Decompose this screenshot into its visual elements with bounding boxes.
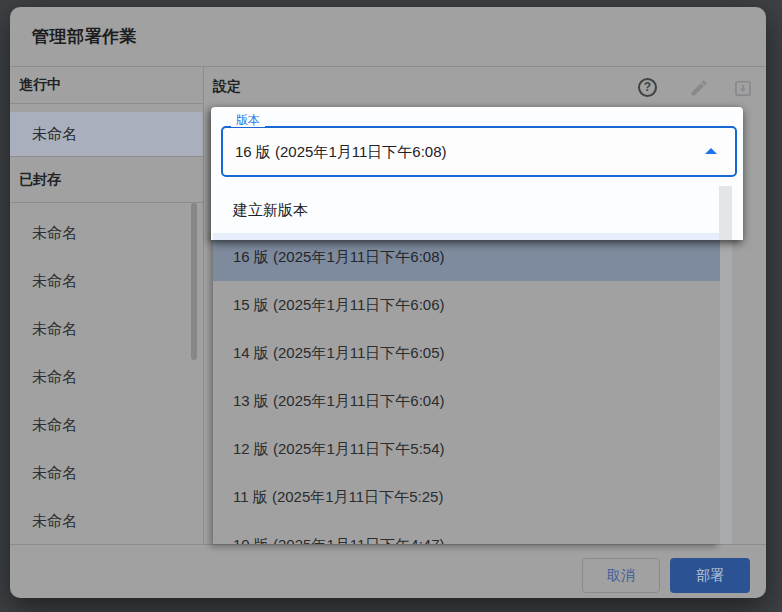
active-section-header: 進行中 xyxy=(10,66,203,103)
chevron-up-icon xyxy=(705,148,717,154)
version-select-label: 版本 xyxy=(231,113,265,127)
deploy-button[interactable]: 部署 xyxy=(670,558,750,593)
archived-deployments-list: 未命名未命名未命名未命名未命名未命名未命名 xyxy=(10,209,203,544)
version-option[interactable]: 12 版 (2025年1月11日下午5:54) xyxy=(213,425,720,473)
create-new-version-option[interactable]: 建立新版本 xyxy=(213,186,719,234)
deployment-item-archived[interactable]: 未命名 xyxy=(10,353,203,401)
dialog-title: 管理部署作業 xyxy=(32,7,137,66)
deployment-item-archived[interactable]: 未命名 xyxy=(10,449,203,497)
version-select-value: 16 版 (2025年1月11日下午6:08) xyxy=(235,128,447,175)
settings-header: 設定 xyxy=(213,66,241,106)
footer-divider xyxy=(10,544,766,545)
deployment-item-archived[interactable]: 未命名 xyxy=(10,401,203,449)
version-option[interactable]: 10 版 (2025年1月11日下午4:47) xyxy=(213,521,720,544)
selected-option-highlight-edge xyxy=(213,233,719,240)
sidebar-scrollbar-thumb[interactable] xyxy=(191,203,197,360)
version-menu-options-dimmed: 16 版 (2025年1月11日下午6:08)15 版 (2025年1月11日下… xyxy=(213,233,720,544)
help-glyph: ? xyxy=(638,78,657,97)
sidebar-main-divider xyxy=(203,66,204,544)
sidebar-divider xyxy=(10,103,203,104)
dimmed-page-background: 管理部署作業 進行中 未命名 已封存 未命名未命名未命名未命名未命名未命名未命名… xyxy=(0,0,782,612)
menu-scrollbar-thumb[interactable] xyxy=(719,186,732,240)
version-option[interactable]: 15 版 (2025年1月11日下午6:06) xyxy=(213,281,720,329)
version-option[interactable]: 11 版 (2025年1月11日下午5:25) xyxy=(213,473,720,521)
archived-section-header: 已封存 xyxy=(10,157,203,202)
version-option[interactable]: 14 版 (2025年1月11日下午6:05) xyxy=(213,329,720,377)
manage-deployments-dialog: 管理部署作業 進行中 未命名 已封存 未命名未命名未命名未命名未命名未命名未命名… xyxy=(10,7,766,598)
edit-pencil-icon[interactable] xyxy=(689,78,709,98)
deployment-item-archived[interactable]: 未命名 xyxy=(10,497,203,544)
version-select[interactable]: 16 版 (2025年1月11日下午6:08) xyxy=(221,126,737,177)
deployment-item-archived[interactable]: 未命名 xyxy=(10,209,203,257)
deployment-item-archived[interactable]: 未命名 xyxy=(10,257,203,305)
deployment-item-active-selected[interactable]: 未命名 xyxy=(10,112,203,156)
archive-deployment-icon[interactable] xyxy=(733,78,753,98)
cancel-button[interactable]: 取消 xyxy=(582,558,660,593)
help-icon[interactable]: ? xyxy=(638,78,658,98)
deployment-item-archived[interactable]: 未命名 xyxy=(10,305,203,353)
menu-scrollbar-track-dimmed[interactable] xyxy=(720,240,732,544)
version-option[interactable]: 16 版 (2025年1月11日下午6:08) xyxy=(213,233,720,281)
sidebar-divider xyxy=(10,202,203,203)
version-option[interactable]: 13 版 (2025年1月11日下午6:04) xyxy=(213,377,720,425)
version-select-spotlight: 版本 16 版 (2025年1月11日下午6:08) 建立新版本 xyxy=(211,107,743,240)
